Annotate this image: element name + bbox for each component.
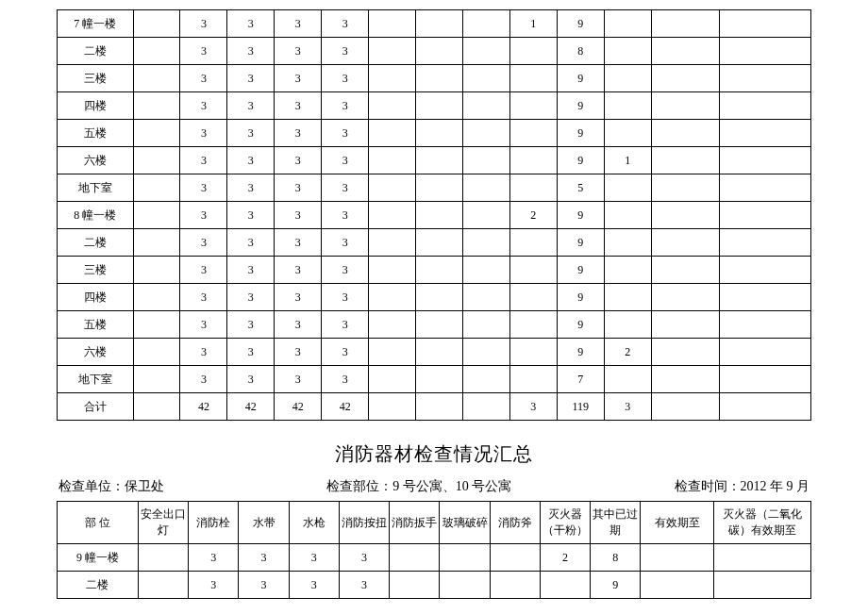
cell — [651, 147, 719, 174]
cell — [369, 366, 416, 393]
cell — [720, 284, 811, 311]
cell: 3 — [322, 311, 369, 339]
cell: 3 — [275, 229, 322, 257]
cell: 3 — [275, 202, 322, 229]
cell — [390, 572, 440, 599]
cell: 3 — [180, 92, 227, 120]
cell: 42 — [227, 393, 275, 421]
cell — [416, 393, 463, 421]
cell: 1 — [509, 10, 557, 38]
cell — [651, 311, 719, 339]
row-location: 地下室 — [58, 174, 134, 202]
cell: 3 — [180, 10, 227, 38]
cell — [604, 229, 651, 257]
cell — [720, 393, 811, 421]
row-location: 二楼 — [58, 572, 139, 599]
cell — [720, 147, 811, 174]
meta-time: 检查时间：2012 年 9 月 — [675, 478, 810, 495]
cell — [720, 174, 811, 202]
cell: 2 — [540, 544, 590, 572]
cell — [651, 393, 719, 421]
cell — [416, 38, 463, 65]
cell: 3 — [227, 38, 275, 65]
cell: 9 — [557, 202, 604, 229]
cell: 3 — [322, 147, 369, 174]
cell — [462, 10, 509, 38]
cell: 3 — [180, 284, 227, 311]
cell — [462, 120, 509, 147]
cell: 3 — [275, 65, 322, 92]
cell: 3 — [227, 174, 275, 202]
cell — [416, 174, 463, 202]
cell: 3 — [227, 120, 275, 147]
column-header: 部 位 — [58, 502, 139, 544]
cell — [604, 120, 651, 147]
cell — [509, 65, 557, 92]
cell: 3 — [227, 229, 275, 257]
cell — [509, 92, 557, 120]
cell: 3 — [239, 544, 289, 572]
cell: 3 — [322, 174, 369, 202]
cell: 3 — [322, 284, 369, 311]
cell — [133, 311, 180, 339]
column-header: 玻璃破碎 — [440, 502, 490, 544]
cell — [133, 366, 180, 393]
cell — [133, 339, 180, 366]
cell — [369, 311, 416, 339]
cell: 3 — [227, 10, 275, 38]
cell: 3 — [275, 366, 322, 393]
cell — [720, 229, 811, 257]
cell — [509, 229, 557, 257]
cell: 3 — [275, 339, 322, 366]
table-row: 五楼33339 — [58, 120, 811, 147]
table-row: 二楼33338 — [58, 38, 811, 65]
cell: 3 — [322, 120, 369, 147]
row-location: 合计 — [58, 393, 134, 421]
cell: 3 — [180, 339, 227, 366]
cell — [369, 257, 416, 284]
cell: 9 — [557, 284, 604, 311]
meta-row: 检查单位：保卫处 检查部位：9 号公寓、10 号公寓 检查时间：2012 年 9… — [57, 478, 811, 497]
table-row: 8 幢一楼333329 — [58, 202, 811, 229]
cell — [133, 120, 180, 147]
cell — [509, 339, 557, 366]
cell — [462, 229, 509, 257]
cell: 3 — [180, 229, 227, 257]
row-location: 六楼 — [58, 339, 134, 366]
cell: 3 — [180, 174, 227, 202]
cell: 3 — [180, 147, 227, 174]
cell: 9 — [557, 65, 604, 92]
cell — [369, 147, 416, 174]
cell: 42 — [275, 393, 322, 421]
cell — [490, 544, 540, 572]
cell — [720, 92, 811, 120]
cell — [462, 311, 509, 339]
table-row: 五楼33339 — [58, 311, 811, 339]
cell: 8 — [591, 544, 641, 572]
column-header: 水枪 — [289, 502, 339, 544]
row-location: 四楼 — [58, 92, 134, 120]
cell — [369, 10, 416, 38]
cell — [416, 202, 463, 229]
cell — [416, 311, 463, 339]
table-row: 地下室33337 — [58, 366, 811, 393]
cell: 9 — [557, 311, 604, 339]
cell — [369, 92, 416, 120]
cell: 3 — [322, 38, 369, 65]
cell — [462, 257, 509, 284]
cell — [651, 229, 719, 257]
cell — [641, 544, 713, 572]
row-location: 五楼 — [58, 120, 134, 147]
cell — [416, 284, 463, 311]
cell — [604, 311, 651, 339]
cell — [604, 257, 651, 284]
cell — [369, 393, 416, 421]
cell — [651, 257, 719, 284]
cell: 3 — [275, 120, 322, 147]
table-row: 7 幢一楼333319 — [58, 10, 811, 38]
cell — [720, 366, 811, 393]
cell — [133, 92, 180, 120]
cell — [416, 120, 463, 147]
row-location: 7 幢一楼 — [58, 10, 134, 38]
row-location: 9 幢一楼 — [58, 544, 139, 572]
